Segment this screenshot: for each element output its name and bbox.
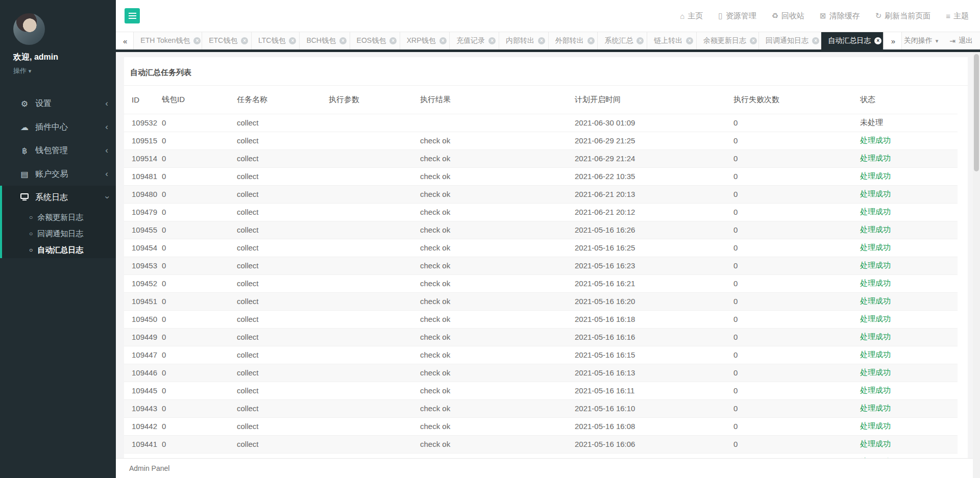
cell-fail_count: 0 <box>726 167 852 185</box>
tab-10[interactable]: 链上转出× <box>647 32 697 49</box>
chevron-down-icon: ‹ <box>102 196 112 199</box>
tabs-scroll-left-button[interactable]: « <box>116 32 134 49</box>
topnav-theme[interactable]: ≡主题 <box>946 11 969 21</box>
cell-task_name: collect <box>229 399 321 417</box>
table-row: 1094490collectcheck ok2021-05-16 16:160处… <box>124 328 958 346</box>
close-tab-icon[interactable]: × <box>339 37 347 44</box>
tab-8[interactable]: 外部转出× <box>549 32 598 49</box>
sidebar-toggle-button[interactable] <box>125 8 140 23</box>
tab-11[interactable]: 余额更新日志× <box>697 32 759 49</box>
submenu-item-callback-notify-log[interactable]: ○回调通知日志 <box>2 225 116 242</box>
topnav-recycle-bin[interactable]: ♻回收站 <box>772 11 804 21</box>
tab-0[interactable]: ETH Token钱包× <box>134 32 202 49</box>
tabs-scroll-right-button[interactable]: » <box>884 32 901 49</box>
table-row: 1094510collectcheck ok2021-05-16 16:200处… <box>124 292 958 310</box>
close-tab-icon[interactable]: × <box>636 37 644 44</box>
cell-id: 109446 <box>124 364 154 382</box>
chevron-left-icon: ‹ <box>105 145 108 156</box>
cell-exec_params <box>321 149 412 167</box>
status-cell: 处理成功 <box>852 310 958 328</box>
user-panel: 欢迎, admin 操作 ▾ <box>0 0 116 76</box>
cloud-icon: ☁ <box>18 122 31 132</box>
theme-icon: ≡ <box>946 12 950 20</box>
topnav-resource-manager[interactable]: ▯资源管理 <box>718 11 756 21</box>
chevron-left-icon: ‹ <box>105 169 108 179</box>
status-cell: 处理成功 <box>852 364 958 382</box>
cell-exec_params <box>321 435 412 453</box>
submenu-item-balance-update-log[interactable]: ○余额更新日志 <box>2 209 116 225</box>
close-tab-icon[interactable]: × <box>750 37 757 44</box>
close-tab-icon[interactable]: × <box>488 37 496 44</box>
topnav-label: 资源管理 <box>726 11 756 21</box>
tab-4[interactable]: EOS钱包× <box>350 32 400 49</box>
tab-9[interactable]: 系统汇总× <box>598 32 647 49</box>
logout-button[interactable]: ⇥ 退出 <box>949 36 973 45</box>
tab-5[interactable]: XRP钱包× <box>400 32 450 49</box>
tab-12[interactable]: 回调通知日志× <box>759 32 821 49</box>
close-tab-icon[interactable]: × <box>874 37 881 44</box>
cell-fail_count: 0 <box>726 185 852 203</box>
topnav-home[interactable]: ⌂主页 <box>680 11 703 21</box>
close-actions-dropdown[interactable]: 关闭操作 ▾ <box>904 36 939 45</box>
tab-7[interactable]: 内部转出× <box>499 32 549 49</box>
submenu-item-auto-collect-log[interactable]: ○自动汇总日志 <box>2 242 116 258</box>
close-tab-icon[interactable]: × <box>389 37 397 44</box>
cell-exec_result: check ok <box>412 364 567 382</box>
cell-fail_count: 0 <box>726 435 852 453</box>
table-row: 1094790collectcheck ok2021-06-21 20:120处… <box>124 203 958 221</box>
circle-o-icon: ○ <box>29 230 33 237</box>
sidebar-item-label: 系统日志 <box>35 192 68 203</box>
cell-planned_time: 2021-05-16 16:18 <box>567 310 726 328</box>
cell-id: 109440 <box>124 453 154 458</box>
close-tab-icon[interactable]: × <box>439 37 447 44</box>
cell-fail_count: 0 <box>726 453 852 458</box>
gears-icon: ⚙ <box>18 99 31 109</box>
close-tab-icon[interactable]: × <box>241 37 248 44</box>
cell-exec_result: check ok <box>412 167 567 185</box>
tab-1[interactable]: ETC钱包× <box>202 32 252 49</box>
sidebar-item-account-transactions[interactable]: ▤账户交易‹ <box>0 162 116 186</box>
cell-fail_count: 0 <box>726 274 852 292</box>
cell-exec_params <box>321 167 412 185</box>
close-tab-icon[interactable]: × <box>289 37 296 44</box>
cell-id: 109443 <box>124 399 154 417</box>
status-cell: 处理成功 <box>852 132 958 149</box>
cell-planned_time: 2021-05-16 16:10 <box>567 399 726 417</box>
tab-2[interactable]: LTC钱包× <box>252 32 300 49</box>
scrollbar-thumb[interactable] <box>974 54 979 171</box>
refresh-icon: ↻ <box>875 11 882 20</box>
tab-extra-actions: 关闭操作 ▾ ⇥ 退出 <box>904 32 980 49</box>
cell-id: 109515 <box>124 132 154 149</box>
topnav-label: 刷新当前页面 <box>885 11 930 21</box>
cell-exec_params <box>321 453 412 458</box>
cell-wallet_id: 0 <box>154 382 229 399</box>
tab-13[interactable]: 自动汇总日志× <box>821 32 884 49</box>
cell-planned_time: 2021-05-16 16:16 <box>567 328 726 346</box>
cell-id: 109442 <box>124 417 154 435</box>
tab-6[interactable]: 充值记录× <box>450 32 499 49</box>
topnav-refresh-page[interactable]: ↻刷新当前页面 <box>875 11 931 21</box>
sidebar-item-wallet-management[interactable]: ฿钱包管理‹ <box>0 139 116 162</box>
tab-3[interactable]: BCH钱包× <box>300 32 350 49</box>
cell-planned_time: 2021-06-30 01:09 <box>567 114 726 132</box>
sidebar-item-plugin-center[interactable]: ☁插件中心‹ <box>0 115 116 139</box>
close-tab-icon[interactable]: × <box>812 37 819 44</box>
cell-exec_result: check ok <box>412 203 567 221</box>
topnav-clear-cache[interactable]: ⊠清除缓存 <box>820 11 860 21</box>
task-list-panel: 自动汇总任务列表 ID钱包ID任务名称执行参数执行结果计划开启时间执行失败次数状… <box>124 57 968 458</box>
close-tab-icon[interactable]: × <box>587 37 595 44</box>
sidebar-item-settings[interactable]: ⚙设置‹ <box>0 92 116 115</box>
user-action-dropdown[interactable]: 操作 ▾ <box>13 66 31 76</box>
cell-id: 109441 <box>124 435 154 453</box>
close-tab-icon[interactable]: × <box>193 37 201 44</box>
tab-label: 余额更新日志 <box>703 36 746 45</box>
status-cell: 处理成功 <box>852 149 958 167</box>
page-footer: Admin Panel <box>116 458 980 478</box>
close-tab-icon[interactable]: × <box>686 37 693 44</box>
vertical-scrollbar[interactable] <box>973 52 980 478</box>
close-tab-icon[interactable]: × <box>538 37 545 44</box>
cell-wallet_id: 0 <box>154 399 229 417</box>
cell-exec_result: check ok <box>412 221 567 239</box>
sidebar-item-system-logs[interactable]: 系统日志‹ <box>2 186 116 209</box>
cell-exec_params <box>321 257 412 274</box>
